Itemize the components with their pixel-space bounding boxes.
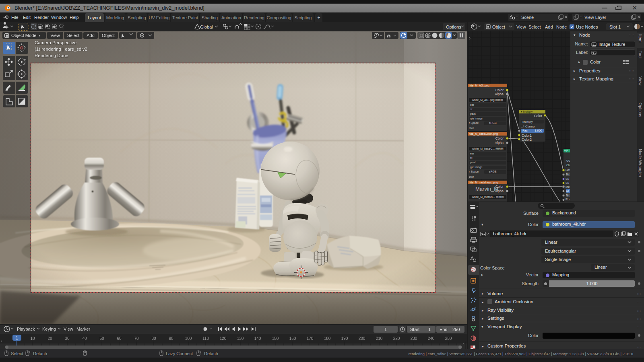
svg-text:Detach: Detach [33, 351, 47, 356]
svg-text:Options: Options [446, 25, 461, 29]
svg-text:View: View [516, 25, 526, 29]
svg-text:Marker: Marker [76, 327, 91, 331]
svg-text:End: End [440, 327, 448, 332]
svg-text:Object: Object [492, 25, 505, 29]
svg-text:1: 1 [16, 336, 18, 340]
svg-text:70: 70 [134, 336, 139, 341]
svg-text:Use Nodes: Use Nodes [576, 25, 598, 29]
svg-text:170: 170 [307, 336, 314, 341]
svg-text:40: 40 [82, 336, 87, 341]
svg-text:Detach: Detach [204, 351, 218, 356]
svg-text:160: 160 [289, 336, 296, 341]
svg-text:140: 140 [254, 336, 261, 341]
svg-text:190: 190 [341, 336, 348, 341]
svg-text:50: 50 [99, 336, 104, 341]
svg-text:10: 10 [30, 336, 35, 341]
svg-text:250: 250 [452, 327, 460, 332]
svg-text:View: View [64, 327, 73, 331]
svg-text:230: 230 [411, 336, 417, 341]
svg-text:Add: Add [545, 25, 553, 29]
svg-text:100: 100 [185, 336, 192, 341]
svg-text:Select: Select [11, 351, 23, 356]
svg-text:Select: Select [528, 25, 541, 29]
svg-text:Slot 1: Slot 1 [609, 25, 621, 29]
svg-text:Lazy Connect: Lazy Connect [166, 351, 193, 356]
svg-text:220: 220 [393, 336, 400, 341]
svg-text:Global: Global [200, 25, 213, 29]
svg-text:20: 20 [47, 336, 52, 341]
svg-text:200: 200 [359, 336, 365, 341]
svg-text:250: 250 [445, 336, 452, 341]
svg-text:Playback: Playback [17, 327, 35, 331]
svg-text:180: 180 [324, 336, 331, 341]
svg-text:80: 80 [151, 336, 156, 341]
svg-text:210: 210 [376, 336, 383, 341]
svg-text:150: 150 [272, 336, 279, 341]
svg-text:1: 1 [384, 327, 387, 332]
svg-text:Keying: Keying [42, 327, 56, 331]
svg-text:Start: Start [410, 327, 419, 332]
svg-text:60: 60 [117, 336, 122, 341]
svg-text:110: 110 [202, 336, 209, 341]
svg-text:120: 120 [220, 336, 227, 341]
svg-text:240: 240 [428, 336, 435, 341]
svg-text:30: 30 [65, 336, 70, 341]
svg-text:Node: Node [556, 25, 567, 29]
svg-text:›: › [1, 339, 2, 343]
svg-text:1: 1 [428, 327, 431, 332]
svg-text:90: 90 [169, 336, 173, 341]
svg-text:‹: ‹ [463, 341, 464, 346]
svg-text:rendering | ears_sdiv2 | Verts: rendering | ears_sdiv2 | Verts:135,651 |… [409, 352, 633, 356]
svg-text:130: 130 [237, 336, 244, 341]
